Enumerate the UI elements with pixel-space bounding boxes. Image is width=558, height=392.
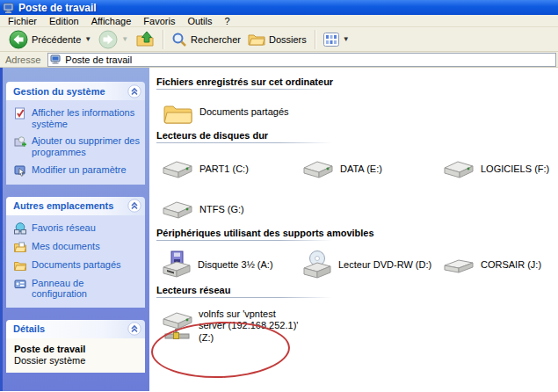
details-item-name: Poste de travail bbox=[14, 344, 141, 354]
views-dropdown-caret[interactable]: ▼ bbox=[343, 36, 350, 43]
task-change-setting[interactable]: Modifier un paramètre bbox=[14, 164, 141, 177]
shared-folder-icon bbox=[162, 100, 193, 125]
item-label: Lecteur DVD-RW (D:) bbox=[338, 259, 431, 271]
panel-details: Détails Poste de travail Dossier système bbox=[6, 320, 145, 373]
item-label: PART1 (C:) bbox=[199, 163, 249, 175]
link-shared-documents[interactable]: Documents partagés bbox=[14, 259, 141, 272]
search-icon bbox=[171, 32, 187, 47]
add-remove-programs-icon bbox=[14, 135, 26, 148]
address-label: Adresse bbox=[0, 54, 47, 65]
menu-help[interactable]: ? bbox=[221, 16, 238, 26]
system-info-icon bbox=[14, 107, 26, 120]
control-panel-icon bbox=[14, 278, 26, 290]
menu-affichage[interactable]: Affichage bbox=[87, 16, 140, 26]
menu-fichier[interactable]: Fichier bbox=[4, 16, 45, 26]
item-drive-a[interactable]: Disquette 3½ (A:) bbox=[162, 246, 302, 285]
section-title-hard-drives: Lecteurs de disques dur bbox=[156, 130, 558, 141]
panel-other-places: Autres emplacements Favoris bbox=[6, 197, 145, 308]
up-button[interactable] bbox=[132, 29, 158, 50]
address-value: Poste de travail bbox=[65, 54, 132, 65]
item-label: NTFS (G:) bbox=[199, 204, 244, 215]
section-divider bbox=[156, 89, 332, 90]
floppy-drive-icon bbox=[162, 250, 192, 280]
item-label: Disquette 3½ (A:) bbox=[198, 259, 273, 271]
folders-button[interactable]: Dossiers bbox=[244, 29, 310, 50]
link-label: Favoris réseau bbox=[32, 222, 96, 234]
search-button[interactable]: Rechercher bbox=[168, 29, 244, 50]
hard-drive-icon bbox=[302, 159, 334, 180]
panel-header-system-tasks[interactable]: Gestion du système bbox=[6, 82, 145, 100]
hard-drive-icon bbox=[162, 200, 193, 221]
section-title-files-stored: Fichiers enregistrés sur cet ordinateur bbox=[156, 76, 558, 87]
item-drive-c[interactable]: PART1 (C:) bbox=[162, 154, 302, 185]
folders-label: Dossiers bbox=[269, 34, 307, 45]
item-drive-g[interactable]: NTFS (G:) bbox=[162, 194, 302, 226]
views-button[interactable]: ▼ bbox=[320, 29, 353, 50]
item-drive-z[interactable]: volnfs sur 'vpntest server (192.168.252.… bbox=[162, 309, 302, 344]
network-places-icon bbox=[14, 222, 26, 235]
folders-icon bbox=[248, 33, 265, 47]
address-bar: Adresse Poste de travail bbox=[0, 52, 558, 68]
search-label: Rechercher bbox=[191, 34, 241, 45]
link-my-documents[interactable]: Mes documents bbox=[14, 241, 141, 253]
task-view-system-info[interactable]: Afficher les informations système bbox=[14, 107, 141, 129]
link-label: Mes documents bbox=[32, 241, 100, 252]
views-icon bbox=[323, 33, 339, 47]
panel-title: Autres emplacements bbox=[13, 200, 113, 211]
section-title-network-drives: Lecteurs réseau bbox=[156, 285, 558, 295]
title-bar[interactable]: Poste de travail bbox=[0, 0, 558, 15]
change-setting-icon bbox=[14, 164, 26, 177]
task-label: Modifier un paramètre bbox=[32, 164, 127, 176]
menu-outils[interactable]: Outils bbox=[183, 16, 220, 26]
item-drive-d[interactable]: Lecteur DVD-RW (D:) bbox=[302, 246, 443, 285]
task-add-remove-programs[interactable]: Ajouter ou supprimer des programmes bbox=[14, 135, 141, 157]
section-divider bbox=[156, 240, 332, 241]
hard-drive-icon bbox=[162, 159, 193, 180]
my-documents-icon bbox=[14, 241, 26, 253]
menu-favoris[interactable]: Favoris bbox=[139, 16, 183, 26]
item-label: CORSAIR (J:) bbox=[481, 259, 541, 271]
task-pane-sidebar: Gestion du système Afficher les informat… bbox=[0, 68, 149, 391]
panel-body: Afficher les informations système Ajoute… bbox=[6, 100, 145, 185]
window-title: Poste de travail bbox=[18, 2, 97, 14]
task-label: Ajouter ou supprimer des programmes bbox=[32, 135, 141, 157]
panel-header-details[interactable]: Détails bbox=[6, 320, 145, 338]
back-button[interactable]: Précédente ▼ bbox=[5, 29, 95, 50]
item-label: DATA (E:) bbox=[340, 163, 382, 175]
removable-drive-icon bbox=[443, 256, 475, 275]
link-network-places[interactable]: Favoris réseau bbox=[14, 222, 141, 235]
chevrons-up-icon[interactable] bbox=[127, 199, 141, 213]
panel-body-details: Poste de travail Dossier système bbox=[6, 338, 145, 373]
shared-documents-icon bbox=[14, 259, 26, 272]
panel-title: Gestion du système bbox=[13, 86, 105, 97]
forward-dropdown-caret: ▼ bbox=[121, 36, 128, 43]
forward-button[interactable]: ▼ bbox=[95, 29, 132, 50]
link-label: Documents partagés bbox=[32, 259, 121, 271]
back-dropdown-caret[interactable]: ▼ bbox=[84, 36, 91, 43]
panel-title: Détails bbox=[13, 323, 45, 334]
up-folder-icon bbox=[135, 31, 155, 48]
menu-edition[interactable]: Edition bbox=[45, 16, 87, 26]
my-computer-icon bbox=[3, 2, 15, 14]
dvd-drive-icon bbox=[302, 250, 332, 280]
item-drive-e[interactable]: DATA (E:) bbox=[302, 154, 443, 185]
item-label: LOGICIELS (F:) bbox=[481, 163, 549, 175]
standard-toolbar: Précédente ▼ ▼ Rechercher bbox=[0, 27, 558, 52]
back-label: Précédente bbox=[32, 34, 81, 45]
panel-header-other-places[interactable]: Autres emplacements bbox=[6, 197, 145, 215]
address-input[interactable]: Poste de travail bbox=[47, 53, 556, 67]
item-drive-f[interactable]: LOGICIELS (F:) bbox=[443, 154, 558, 185]
panel-system-tasks: Gestion du système Afficher les informat… bbox=[6, 82, 145, 185]
network-drive-icon bbox=[162, 311, 192, 341]
my-computer-window: Poste de travail Fichier Edition Afficha… bbox=[0, 0, 558, 392]
panel-body: Favoris réseau Mes documents bbox=[6, 215, 145, 308]
item-drive-j[interactable]: CORSAIR (J:) bbox=[443, 246, 558, 285]
item-shared-documents[interactable]: Documents partagés bbox=[162, 97, 302, 128]
chevrons-up-icon[interactable] bbox=[127, 322, 141, 336]
chevrons-up-icon[interactable] bbox=[127, 84, 141, 98]
folder-content-area: Fichiers enregistrés sur cet ordinateur … bbox=[149, 68, 558, 391]
link-control-panel[interactable]: Panneau de configuration bbox=[14, 278, 141, 300]
details-item-type: Dossier système bbox=[14, 355, 141, 366]
section-divider bbox=[156, 297, 332, 298]
toolbar-separator bbox=[163, 30, 163, 49]
